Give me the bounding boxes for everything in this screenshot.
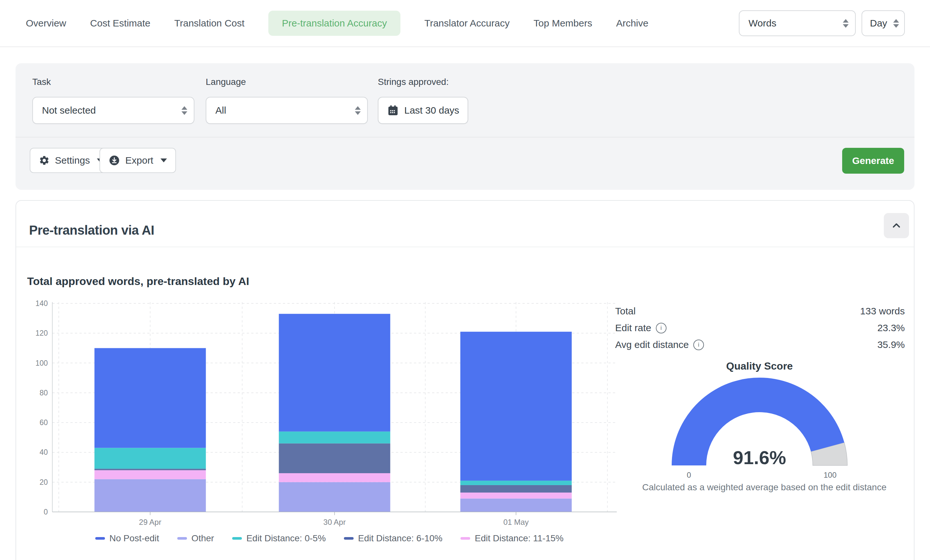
- stacked-bar-chart: 02040608010012014029 Apr30 Apr01 May: [32, 287, 620, 528]
- chart-heading: Total approved words, pre-translated by …: [27, 275, 249, 288]
- legend-dash-icon: [95, 537, 105, 540]
- date-range-button[interactable]: Last 30 days: [378, 97, 468, 124]
- stats-row: Edit ratei23.3%: [615, 320, 905, 336]
- tab-translator-accuracy[interactable]: Translator Accuracy: [424, 18, 510, 29]
- bar-segment: [279, 482, 390, 512]
- gear-icon: [39, 155, 50, 166]
- bar-segment: [460, 481, 572, 485]
- bar-segment: [460, 498, 572, 512]
- tab-overview[interactable]: Overview: [26, 18, 66, 29]
- export-button[interactable]: Export: [100, 148, 176, 173]
- svg-text:80: 80: [39, 389, 48, 397]
- chevron-up-icon: [890, 219, 903, 232]
- svg-text:60: 60: [39, 418, 48, 427]
- bar-segment: [460, 332, 572, 481]
- bar-segment: [95, 448, 206, 469]
- legend-item: Edit Distance: 6-10%: [344, 533, 442, 543]
- language-label: Language: [206, 77, 246, 87]
- tabbar-divider: [0, 46, 930, 47]
- bar-segment: [279, 432, 390, 443]
- gauge-max-label: 100: [824, 471, 836, 479]
- language-select-value: All: [216, 105, 226, 116]
- stats-label: Avg edit distancei: [615, 339, 704, 350]
- language-select[interactable]: All: [206, 97, 368, 124]
- task-label: Task: [32, 77, 51, 87]
- svg-text:40: 40: [39, 448, 48, 456]
- filter-panel: Task Not selected Language All Strings a…: [15, 63, 915, 190]
- gauge-min-label: 0: [687, 471, 691, 479]
- legend-label: No Post-edit: [109, 533, 159, 543]
- settings-label: Settings: [55, 155, 90, 166]
- bar-segment: [95, 469, 206, 470]
- gauge-value: 91.6%: [733, 447, 786, 468]
- chevron-down-icon: [160, 158, 167, 162]
- svg-text:140: 140: [35, 299, 48, 308]
- svg-text:100: 100: [35, 359, 48, 367]
- info-icon[interactable]: i: [656, 323, 667, 334]
- collapse-button[interactable]: [884, 213, 909, 238]
- stats-block: Total133 wordsEdit ratei23.3%Avg edit di…: [615, 303, 905, 353]
- tab-pre-translation-accuracy[interactable]: Pre-translation Accuracy: [268, 11, 400, 36]
- quality-score-gauge: 91.6%0100: [665, 371, 856, 488]
- svg-text:120: 120: [35, 329, 48, 337]
- download-icon: [108, 155, 120, 166]
- tab-top-members[interactable]: Top Members: [533, 18, 592, 29]
- bar-segment: [95, 479, 206, 512]
- legend-label: Edit Distance: 0-5%: [246, 533, 326, 543]
- stats-label: Total: [615, 306, 636, 317]
- calendar-icon: [387, 104, 399, 117]
- bar-segment: [460, 485, 572, 492]
- stats-row: Avg edit distancei35.9%: [615, 336, 905, 353]
- stepper-icon: [182, 106, 187, 115]
- legend-dash-icon: [177, 537, 187, 540]
- stats-label: Edit ratei: [615, 322, 667, 334]
- svg-text:20: 20: [39, 478, 48, 486]
- gauge-title: Quality Score: [663, 360, 856, 372]
- svg-text:30 Apr: 30 Apr: [323, 518, 345, 526]
- period-select[interactable]: Day: [862, 10, 905, 36]
- svg-text:29 Apr: 29 Apr: [139, 518, 161, 526]
- tab-translation-cost[interactable]: Translation Cost: [174, 18, 245, 29]
- legend-item: Edit Distance: 0-5%: [232, 533, 326, 543]
- bar-segment: [460, 492, 572, 498]
- stepper-icon: [843, 19, 848, 28]
- export-label: Export: [125, 155, 153, 166]
- legend-label: Edit Distance: 6-10%: [358, 533, 442, 543]
- stats-value: 35.9%: [878, 339, 905, 350]
- gauge-caption: Calculated as a weighted average based o…: [611, 482, 918, 492]
- legend-item: No Post-edit: [95, 533, 159, 543]
- legend-dash-icon: [232, 537, 242, 540]
- chart-legend: No Post-editOtherEdit Distance: 0-5%Edit…: [45, 533, 614, 543]
- period-select-value: Day: [870, 18, 887, 29]
- legend-label: Edit Distance: 11-15%: [475, 533, 564, 543]
- date-range-value: Last 30 days: [404, 105, 459, 116]
- svg-text:0: 0: [44, 508, 48, 516]
- panel-divider: [15, 137, 915, 137]
- unit-select[interactable]: Words: [739, 10, 856, 36]
- strings-approved-label: Strings approved:: [378, 77, 448, 87]
- legend-dash-icon: [344, 537, 354, 540]
- bar-segment: [279, 473, 390, 482]
- generate-button[interactable]: Generate: [842, 148, 904, 174]
- card-header-divider: [16, 246, 914, 247]
- screen: OverviewCost EstimateTranslation CostPre…: [0, 0, 930, 560]
- tab-cost-estimate[interactable]: Cost Estimate: [90, 18, 151, 29]
- bar-segment: [279, 443, 390, 473]
- legend-item: Other: [177, 533, 214, 543]
- info-icon[interactable]: i: [693, 340, 704, 350]
- legend-item: Edit Distance: 11-15%: [460, 533, 564, 543]
- tab-archive[interactable]: Archive: [616, 18, 648, 29]
- bar-segment: [95, 348, 206, 448]
- bar-segment: [279, 314, 390, 432]
- card-title: Pre-translation via AI: [29, 223, 154, 238]
- stats-row: Total133 words: [615, 303, 905, 320]
- stats-value: 23.3%: [878, 322, 905, 334]
- stepper-icon: [893, 19, 899, 28]
- svg-text:01 May: 01 May: [503, 518, 529, 526]
- task-select-value: Not selected: [42, 105, 96, 116]
- bar-segment: [95, 470, 206, 479]
- task-select[interactable]: Not selected: [32, 97, 194, 124]
- unit-select-value: Words: [748, 18, 776, 29]
- stepper-icon: [355, 106, 361, 115]
- stats-value: 133 words: [860, 306, 905, 317]
